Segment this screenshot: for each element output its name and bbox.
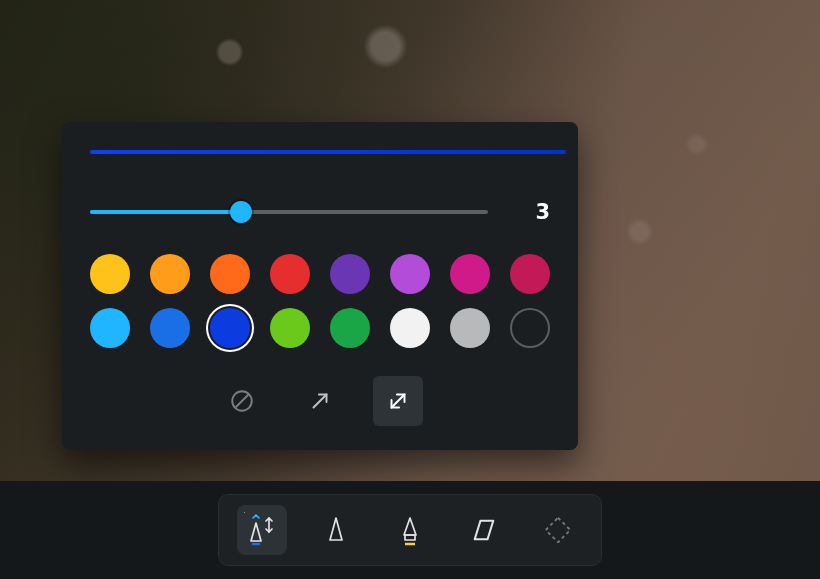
markup-toolbar: [0, 481, 820, 579]
arrow-style-double[interactable]: [373, 376, 423, 426]
stroke-preview: [90, 150, 566, 154]
tool-settings-panel: 3: [62, 122, 578, 450]
svg-line-2: [314, 395, 327, 408]
color-swatch-royal-blue[interactable]: [210, 308, 250, 348]
color-swatch-yellow[interactable]: [90, 254, 130, 294]
svg-rect-13: [546, 518, 571, 543]
svg-marker-9: [404, 518, 416, 535]
color-swatch-lime[interactable]: [270, 308, 310, 348]
color-swatch-amber[interactable]: [150, 254, 190, 294]
color-swatch-red[interactable]: [270, 254, 310, 294]
svg-rect-10: [405, 535, 415, 540]
svg-marker-4: [251, 523, 261, 541]
color-palette: [90, 254, 550, 348]
thickness-value: 3: [520, 200, 550, 224]
arrow-style-single[interactable]: [295, 376, 345, 426]
color-swatch-green[interactable]: [330, 308, 370, 348]
color-swatch-sky[interactable]: [90, 308, 130, 348]
svg-line-3: [392, 395, 405, 408]
slider-thumb[interactable]: [230, 201, 252, 223]
tool-shape[interactable]: [533, 505, 583, 555]
color-swatch-purple[interactable]: [330, 254, 370, 294]
shape-icon: [545, 517, 571, 543]
double-arrow-icon: [385, 388, 411, 414]
tool-eraser[interactable]: [459, 505, 509, 555]
arrow-style-none[interactable]: [217, 376, 267, 426]
tool-highlighter[interactable]: [385, 505, 435, 555]
tool-pen[interactable]: [311, 505, 361, 555]
color-swatch-violet[interactable]: [390, 254, 430, 294]
pen-icon: [321, 513, 351, 547]
svg-marker-12: [475, 521, 494, 540]
slider-fill: [90, 210, 241, 214]
arrow-style-row: [90, 376, 550, 426]
highlighter-icon: [395, 513, 425, 547]
no-symbol-icon: [229, 388, 255, 414]
svg-line-1: [236, 395, 249, 408]
color-swatch-magenta[interactable]: [450, 254, 490, 294]
color-swatch-gray[interactable]: [450, 308, 490, 348]
color-swatch-none[interactable]: [510, 308, 550, 348]
thickness-row: 3: [90, 200, 550, 224]
color-swatch-white[interactable]: [390, 308, 430, 348]
thickness-slider[interactable]: [90, 202, 488, 222]
arrow-up-right-icon: [307, 388, 333, 414]
color-swatch-orange[interactable]: [210, 254, 250, 294]
eraser-icon: [470, 516, 498, 544]
toolbar-tools: [218, 494, 602, 566]
pen-arrow-icon: [244, 512, 280, 548]
svg-marker-8: [330, 518, 342, 540]
tool-pen-arrow[interactable]: [237, 505, 287, 555]
color-swatch-blue[interactable]: [150, 308, 190, 348]
color-swatch-crimson[interactable]: [510, 254, 550, 294]
